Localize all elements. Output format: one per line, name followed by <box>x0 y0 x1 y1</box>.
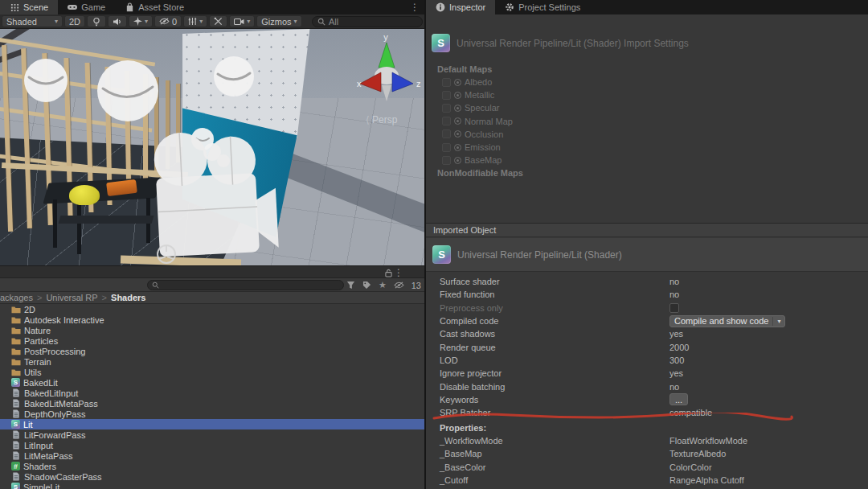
project-item-label: Autodesk Interactive <box>24 315 104 325</box>
tab-project-settings[interactable]: Project Settings <box>495 0 590 14</box>
breadcrumb-universal-rp[interactable]: Universal RP <box>46 293 97 302</box>
hidden-objects-count: 0 <box>172 17 177 27</box>
breadcrumb[interactable]: ackages>Universal RP>Shaders <box>0 292 424 304</box>
project-item-autodesk-interactive[interactable]: Autodesk Interactive <box>0 314 424 325</box>
lock-icon[interactable] <box>385 269 392 277</box>
chevron-down-icon: ▾ <box>247 18 250 25</box>
hidden-packages-eye-icon[interactable] <box>394 281 404 290</box>
default-map-label: Specular <box>465 103 499 113</box>
shader-file-icon: S <box>11 378 20 387</box>
camera-icon <box>234 18 244 26</box>
folder-icon <box>11 305 21 314</box>
search-by-label-icon[interactable] <box>362 281 371 290</box>
toggle-2d-button[interactable]: 2D <box>64 15 85 27</box>
project-item-label: DepthOnlyPass <box>24 409 85 419</box>
lightbulb-icon <box>92 17 101 27</box>
keywords-ellipsis-button[interactable]: ... <box>669 393 688 405</box>
imported-object-header: Imported Object <box>426 223 868 237</box>
tab-asset-store[interactable]: Asset Store <box>115 0 194 14</box>
doc-icon <box>11 472 21 481</box>
project-item-postprocessing[interactable]: PostProcessing <box>0 346 424 356</box>
property-value: RangeAlpha Cutoff <box>669 475 744 485</box>
row-disable-batching: Disable batchingno <box>426 380 868 392</box>
gizmos-dropdown[interactable]: Gizmos ▾ <box>256 15 301 27</box>
row-label: Compiled code <box>426 316 669 326</box>
project-item-2d[interactable]: 2D <box>0 304 424 314</box>
compile-and-show-code-button[interactable]: Compile and show code▾ <box>669 315 785 327</box>
shader-info-rows: Surface shadernoFixed functionnoPreproce… <box>426 275 868 419</box>
scene-and-project-panel: SceneGameAsset Store ⋮ Shaded ▾ 2D ▾ 0 <box>0 0 424 489</box>
project-item-simplelit[interactable]: SSimpleLit <box>0 482 424 489</box>
row-value: compatible <box>669 408 712 417</box>
default-map-label: Normal Map <box>465 117 513 126</box>
perspective-mode-label[interactable]: ⟨ Persp <box>366 114 397 125</box>
project-menu-icon[interactable]: ⋮ <box>394 267 403 278</box>
row-label: SRP Batcher <box>426 408 669 417</box>
property-value: FloatWorkflowMode <box>669 436 747 446</box>
scene-camera-dropdown[interactable]: ▾ <box>229 15 255 27</box>
project-item-terrain[interactable]: Terrain <box>0 356 424 367</box>
grid-icon <box>10 2 19 12</box>
project-search-input[interactable] <box>147 280 344 290</box>
project-item-litforwardpass[interactable]: LitForwardPass <box>0 429 424 440</box>
component-tools-button[interactable] <box>209 15 227 27</box>
preprocess-only-checkbox[interactable] <box>669 303 679 313</box>
search-by-type-icon[interactable] <box>346 281 355 290</box>
property-value: ColorColor <box>669 462 712 472</box>
shader-file-icon: S <box>11 420 20 429</box>
project-item-bakedlit[interactable]: SBakedLit <box>0 377 424 388</box>
project-item-depthonlypass[interactable]: DepthOnlyPass <box>0 409 424 419</box>
default-map-label: Occlusion <box>465 129 503 139</box>
breadcrumb-separator: > <box>37 293 42 302</box>
project-item-shaders[interactable]: #Shaders <box>0 461 424 471</box>
tab-inspector[interactable]: Inspector <box>426 0 495 14</box>
scene-search-input[interactable]: All <box>312 16 423 27</box>
default-map-normal-map: Normal Map <box>426 115 868 128</box>
scene-lighting-button[interactable] <box>87 15 106 27</box>
project-item-nature[interactable]: Nature <box>0 325 424 335</box>
object-field-circle-icon <box>454 117 461 125</box>
property--workflowmode: _WorkflowModeFloatWorkflowMode <box>426 434 868 447</box>
z-axis-cone <box>392 72 413 92</box>
save-search-star-icon[interactable]: ★ <box>379 280 387 290</box>
tools-icon <box>214 17 223 26</box>
tab-scene[interactable]: Scene <box>0 0 58 14</box>
row-value: 2000 <box>669 343 689 352</box>
project-item-litmetapass[interactable]: LitMetaPass <box>0 450 424 461</box>
project-item-utils[interactable]: Utils <box>0 367 424 377</box>
scene-effects-dropdown[interactable]: ▾ <box>129 15 153 27</box>
shader-properties-list: _WorkflowModeFloatWorkflowMode_BaseMapTe… <box>426 434 868 489</box>
inspector-tabs: InspectorProject Settings <box>426 0 590 14</box>
bag-icon <box>125 2 134 12</box>
properties-header: Properties: <box>440 423 486 433</box>
default-map-albedo: Albedo <box>426 76 868 88</box>
project-item-label: LitForwardPass <box>24 430 85 440</box>
project-item-particles[interactable]: Particles <box>0 335 424 346</box>
project-item-bakedlitmetapass[interactable]: BakedLitMetaPass <box>0 398 424 409</box>
scene-viewport[interactable]: y x z ⟨ Persp <box>0 29 424 265</box>
grid-visibility-dropdown[interactable]: ▾ <box>183 15 207 27</box>
chevron-down-icon: ▾ <box>55 18 58 25</box>
info-icon <box>436 2 445 12</box>
project-item-shadowcasterpass[interactable]: ShadowCasterPass <box>0 471 424 482</box>
panel-menu-icon[interactable]: ⋮ <box>410 2 420 13</box>
project-item-lit[interactable]: SLit <box>0 419 424 429</box>
breadcrumb-ackages[interactable]: ackages <box>0 293 33 302</box>
project-item-label: BakedLit <box>23 378 58 388</box>
row-value: 300 <box>669 355 684 365</box>
scene-audio-button[interactable] <box>108 15 127 27</box>
tab-game[interactable]: Game <box>58 0 115 14</box>
breadcrumb-shaders[interactable]: Shaders <box>111 293 145 302</box>
hidden-packages-count: 13 <box>411 281 421 290</box>
project-item-litinput[interactable]: LitInput <box>0 440 424 450</box>
project-item-bakedlitinput[interactable]: BakedLitInput <box>0 388 424 398</box>
scene-search-placeholder: All <box>329 17 338 27</box>
row-surface-shader: Surface shaderno <box>426 275 868 288</box>
imported-object-title-strip: S Universal Render Pipeline/Lit (Shader) <box>426 238 868 272</box>
default-map-label: Emission <box>465 142 501 152</box>
hidden-objects-button[interactable]: 0 <box>154 15 182 27</box>
scene-orientation-gizmo[interactable]: y x z <box>354 32 423 113</box>
row-keywords: Keywords... <box>426 393 868 406</box>
shading-mode-dropdown[interactable]: Shaded ▾ <box>2 15 63 27</box>
project-item-label: ShadowCasterPass <box>24 472 102 482</box>
